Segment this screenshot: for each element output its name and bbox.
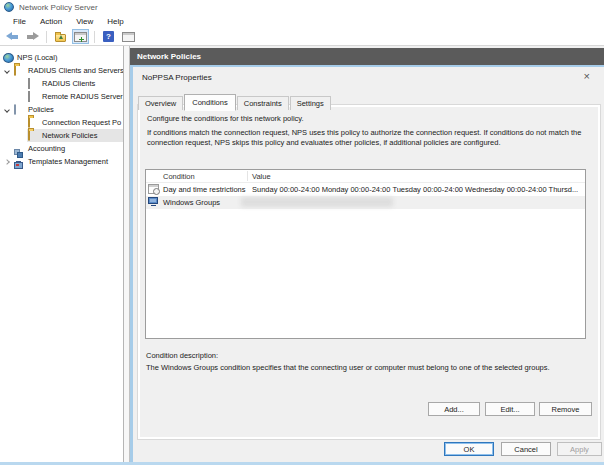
condition-description-text: The Windows Groups condition specifies t… xyxy=(146,363,591,372)
tree-item-label: Policies xyxy=(28,105,54,114)
tree-item-label: RADIUS Clients and Servers xyxy=(28,66,124,75)
tree-item-label: Remote RADIUS Server xyxy=(42,92,123,101)
folder-open-icon xyxy=(28,130,30,141)
menu-file[interactable]: File xyxy=(6,16,33,27)
ok-button[interactable]: OK xyxy=(444,442,494,456)
day-time-icon xyxy=(148,184,159,194)
tab-strip: Overview Conditions Constraints Settings xyxy=(138,92,332,109)
cancel-button[interactable]: Cancel xyxy=(501,442,551,456)
table-row[interactable]: Day and time restrictions Sunday 00:00-2… xyxy=(146,183,585,196)
console-tree: NPS (Local) RADIUS Clients and Servers R… xyxy=(0,46,124,462)
add-button[interactable]: Add... xyxy=(428,402,480,416)
new-window-button[interactable] xyxy=(120,29,137,44)
toolbar-separator xyxy=(46,31,47,43)
column-value[interactable]: Value xyxy=(252,172,271,181)
tree-item-policies[interactable]: Policies xyxy=(0,103,123,116)
menu-view[interactable]: View xyxy=(69,16,100,27)
apply-button: Apply xyxy=(557,442,602,456)
nps-root-icon xyxy=(3,53,14,63)
details-pane: Network Policies NoPPSA Properties × Ove… xyxy=(130,46,604,465)
expander-icon[interactable] xyxy=(3,69,13,73)
menu-bar: File Action View Help xyxy=(0,14,604,28)
dialog-title: NoPPSA Properties xyxy=(142,73,212,82)
intro-text: Configure the conditions for this networ… xyxy=(147,114,304,123)
menu-action[interactable]: Action xyxy=(33,16,69,27)
pane-header: Network Policies xyxy=(130,48,604,65)
tree-item-label: RADIUS Clients xyxy=(42,79,95,88)
expander-icon[interactable] xyxy=(3,160,13,164)
export-list-icon xyxy=(55,34,66,42)
forward-button[interactable] xyxy=(24,29,41,44)
export-list-button[interactable] xyxy=(52,29,69,44)
help-icon: ? xyxy=(103,31,114,42)
policy-explanation-text: If conditions match the connection reque… xyxy=(147,128,587,147)
folder-icon xyxy=(28,117,30,128)
server-icon xyxy=(28,78,30,89)
close-icon[interactable]: × xyxy=(581,70,593,83)
tab-overview[interactable]: Overview xyxy=(138,96,183,110)
tree-item-label: Accounting xyxy=(28,144,65,153)
new-window-icon xyxy=(122,32,135,42)
app-icon xyxy=(4,2,14,12)
show-window-icon xyxy=(74,32,87,42)
edit-button[interactable]: Edit... xyxy=(485,402,535,416)
toolbar-separator xyxy=(94,31,95,43)
condition-description-label: Condition description: xyxy=(146,351,218,360)
show-window-button[interactable] xyxy=(72,29,89,44)
list-header: Condition Value xyxy=(146,170,585,183)
remove-button[interactable]: Remove xyxy=(539,402,592,416)
table-row[interactable]: Windows Groups xyxy=(146,196,585,209)
tree-item-label: Connection Request Po xyxy=(42,118,121,127)
tree-item-remote-radius-server[interactable]: Remote RADIUS Server xyxy=(0,90,123,103)
tab-constraints[interactable]: Constraints xyxy=(237,96,289,110)
column-divider[interactable] xyxy=(247,171,248,181)
policies-icon xyxy=(14,104,16,115)
tab-settings[interactable]: Settings xyxy=(290,96,331,110)
server-icon xyxy=(28,91,30,102)
pane-header-title: Network Policies xyxy=(137,52,201,61)
condition-cell: Windows Groups xyxy=(163,198,220,207)
window-title: Network Policy Server xyxy=(19,3,98,12)
windows-groups-icon xyxy=(148,197,159,206)
conditions-tab-page: Configure the conditions for this networ… xyxy=(137,104,601,440)
toolbar: ? xyxy=(0,28,604,46)
redacted-value-blur xyxy=(241,197,393,207)
column-condition[interactable]: Condition xyxy=(163,172,195,181)
value-cell: Sunday 00:00-24:00 Monday 00:00-24:00 Tu… xyxy=(252,185,582,194)
title-bar: Network Policy Server xyxy=(0,0,604,14)
tree-item-accounting[interactable]: Accounting xyxy=(0,142,123,155)
back-button[interactable] xyxy=(4,29,21,44)
tree-item-connection-request-policies[interactable]: Connection Request Po xyxy=(0,116,123,129)
expander-icon[interactable] xyxy=(3,108,13,112)
back-icon xyxy=(6,32,19,41)
forward-icon xyxy=(26,32,39,41)
tree-item-label: NPS (Local) xyxy=(17,53,57,62)
conditions-list[interactable]: Condition Value Day and time restriction… xyxy=(145,169,586,339)
properties-dialog: NoPPSA Properties × Overview Conditions … xyxy=(130,65,604,462)
app-window: Network Policy Server File Action View H… xyxy=(0,0,604,465)
tab-conditions[interactable]: Conditions xyxy=(184,94,235,111)
tree-item-radius-clients-servers[interactable]: RADIUS Clients and Servers xyxy=(0,64,123,77)
folder-icon xyxy=(14,65,16,76)
tree-item-label: Templates Management xyxy=(28,157,108,166)
tree-item-radius-clients[interactable]: RADIUS Clients xyxy=(0,77,123,90)
tree-item-network-policies[interactable]: Network Policies xyxy=(0,129,123,142)
condition-cell: Day and time restrictions xyxy=(163,185,246,194)
tree-item-label: Network Policies xyxy=(42,131,97,140)
console-body: NPS (Local) RADIUS Clients and Servers R… xyxy=(0,46,604,465)
menu-help[interactable]: Help xyxy=(100,16,130,27)
help-button[interactable]: ? xyxy=(100,29,117,44)
